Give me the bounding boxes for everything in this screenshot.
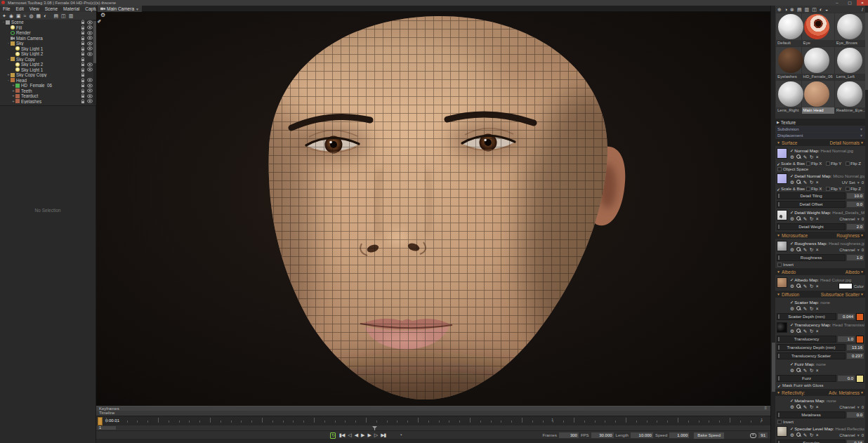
visibility-icon[interactable] — [86, 41, 93, 46]
lock-icon[interactable] — [79, 46, 86, 51]
visibility-icon[interactable] — [86, 94, 93, 98]
color-swatch[interactable] — [856, 313, 864, 321]
tree-item-main-camera[interactable]: Main Camera — [0, 36, 93, 41]
visibility-icon[interactable] — [86, 31, 93, 35]
slider-track[interactable]: Specular — [777, 439, 846, 443]
slider-value-field[interactable]: 1.0 — [847, 255, 864, 260]
map-thumbnail[interactable] — [777, 210, 787, 220]
go-to-end-button[interactable]: ▶▮ — [381, 432, 386, 439]
edit-icon[interactable]: ✎ — [803, 404, 807, 410]
gear-icon[interactable]: ⚙ — [790, 154, 794, 160]
properties-scrollbar[interactable] — [770, 6, 775, 443]
fps-field[interactable]: 30.000 — [591, 432, 614, 438]
menu-scene[interactable]: Scene — [42, 6, 60, 12]
lock-icon[interactable] — [79, 78, 86, 83]
checkbox-scale-bias[interactable]: ✓Scale & Bias — [777, 161, 806, 166]
slider-value-field[interactable]: 2.0 — [847, 224, 864, 230]
section-mode-dropdown[interactable]: Albedo — [846, 270, 860, 275]
reload-icon[interactable]: ↻ — [810, 306, 813, 312]
map-slot-normal-map-[interactable]: ✓Normal Map:Head Normal.jpg⚙✎↻× — [775, 147, 865, 161]
tab-main-camera[interactable]: Main Camera ▼ — [98, 6, 142, 12]
clear-icon[interactable]: × — [816, 368, 819, 373]
visibility-icon[interactable] — [86, 62, 93, 67]
slider-track[interactable]: Detail Tiling — [777, 192, 846, 199]
channel-dropdown[interactable]: Channel▼0 — [839, 405, 864, 409]
search-icon[interactable] — [796, 284, 801, 289]
search-icon[interactable] — [796, 368, 801, 373]
tree-item-hd-female-06[interactable]: +HD_Female_06 — [0, 83, 93, 88]
clear-icon[interactable]: × — [816, 432, 819, 438]
next-keyframe-button[interactable]: ▷ — [374, 432, 377, 439]
channel-dropdown[interactable]: Channel▼0 — [839, 248, 864, 252]
import-folder-icon[interactable]: ▤ — [53, 13, 58, 19]
tree-item-sky-light-2[interactable]: Sky Light 2 — [0, 51, 93, 57]
gear-icon[interactable]: ⚙ — [790, 404, 794, 410]
delete-icon[interactable]: ▥ — [69, 13, 74, 19]
check-icon[interactable]: ✓ — [790, 426, 794, 431]
map-slot-scatter-map-[interactable]: ✓Scatter Map:none⚙✎↻× — [775, 298, 865, 312]
gear-icon[interactable]: ⚙ — [790, 216, 794, 222]
tree-item-sky[interactable]: -Sky — [0, 41, 93, 46]
add-turntable-icon[interactable]: ◐ — [44, 13, 46, 19]
checkbox-flip-x[interactable]: Flip X — [806, 161, 826, 166]
section-toggle-icon[interactable]: ▼ — [777, 292, 780, 296]
timeline-header[interactable]: Timeline — [96, 411, 770, 416]
section-mode-dropdown[interactable]: Roughness — [836, 233, 860, 238]
viewport-paint-icon[interactable]: ✎ — [97, 19, 103, 23]
section-header-reflectivity[interactable]: ▼Reflectivity:Adv. Metalness▼ — [775, 389, 865, 396]
search-icon[interactable] — [796, 216, 801, 221]
menu-edit[interactable]: Edit — [13, 6, 26, 12]
checkbox-scale-bias[interactable]: ✓Scale & Bias — [777, 187, 806, 192]
checkbox-mask-fuzz-with-gloss[interactable]: ✓Mask Fuzz with Gloss — [775, 383, 865, 388]
gear-icon[interactable]: ⚙ — [790, 180, 794, 185]
check-icon[interactable]: ✓ — [790, 398, 794, 403]
tree-item-sky-light-1[interactable]: Sky Light 1 — [0, 67, 93, 73]
bake-speed-button[interactable]: Bake Speed — [694, 432, 724, 439]
menu-view[interactable]: View — [27, 6, 42, 12]
visibility-icon[interactable] — [86, 67, 93, 72]
dropdown-displacement[interactable]: Displacement▼ — [775, 133, 865, 138]
slider-track[interactable]: Translucency Scatter — [777, 352, 846, 359]
map-thumbnail[interactable] — [777, 241, 787, 251]
map-slot-albedo-map-[interactable]: ✓Albedo Map:Head Colour.jpg⚙✎↻×Color — [775, 276, 865, 290]
reload-icon[interactable]: ↻ — [810, 216, 813, 222]
visibility-icon[interactable] — [86, 99, 93, 103]
tree-item-teeth[interactable]: +Teeth — [0, 88, 93, 94]
lock-icon[interactable] — [79, 99, 86, 104]
clear-icon[interactable]: × — [816, 180, 819, 185]
slider-track[interactable]: Translucency — [777, 336, 836, 343]
refresh-material-icon[interactable]: ◑ — [784, 6, 787, 13]
color-control[interactable]: Color — [839, 283, 864, 289]
check-icon[interactable]: ✓ — [790, 322, 794, 327]
lock-icon[interactable] — [79, 83, 86, 88]
link-icon[interactable] — [750, 433, 756, 438]
add-camera-icon[interactable]: ▣ — [16, 13, 21, 19]
step-back-button[interactable]: ◀ — [355, 432, 357, 439]
uv-set-dropdown[interactable]: UV Set▼0 — [842, 180, 864, 185]
slider-track[interactable]: Detail Offset — [777, 201, 846, 208]
dropdown-subdivision[interactable]: Subdivision▼ — [775, 126, 865, 132]
flat-preview-icon[interactable]: ◒ — [825, 6, 828, 13]
tree-item-sky-light-2[interactable]: Sky Light 2 — [0, 62, 93, 67]
checkbox-flip-y[interactable]: Flip Y — [826, 161, 846, 166]
visibility-icon[interactable] — [86, 46, 93, 51]
map-thumbnail[interactable] — [777, 426, 787, 437]
reload-icon[interactable]: ↻ — [810, 247, 813, 253]
check-icon[interactable]: ✓ — [790, 210, 794, 215]
edit-icon[interactable]: ✎ — [803, 247, 807, 253]
edit-icon[interactable]: ✎ — [803, 432, 807, 438]
split-view-icon[interactable]: / — [862, 6, 863, 13]
check-icon[interactable]: ✓ — [790, 148, 794, 153]
prev-keyframe-button[interactable]: ◁ — [348, 432, 350, 439]
section-toggle-icon[interactable]: ▶ — [777, 120, 780, 124]
check-icon[interactable]: ✓ — [790, 300, 794, 305]
reload-icon[interactable]: ↻ — [810, 432, 813, 438]
slider-track[interactable]: Roughness — [777, 254, 846, 261]
remove-material-icon[interactable]: ⊗ — [790, 6, 794, 13]
add-sky-icon[interactable]: ◍ — [29, 13, 33, 19]
color-swatch[interactable] — [839, 283, 853, 289]
reload-icon[interactable]: ↻ — [810, 180, 813, 185]
search-icon[interactable] — [796, 329, 801, 333]
edit-icon[interactable]: ✎ — [803, 284, 807, 289]
viewport-3d[interactable]: ⚙ ✎ — [96, 12, 770, 406]
